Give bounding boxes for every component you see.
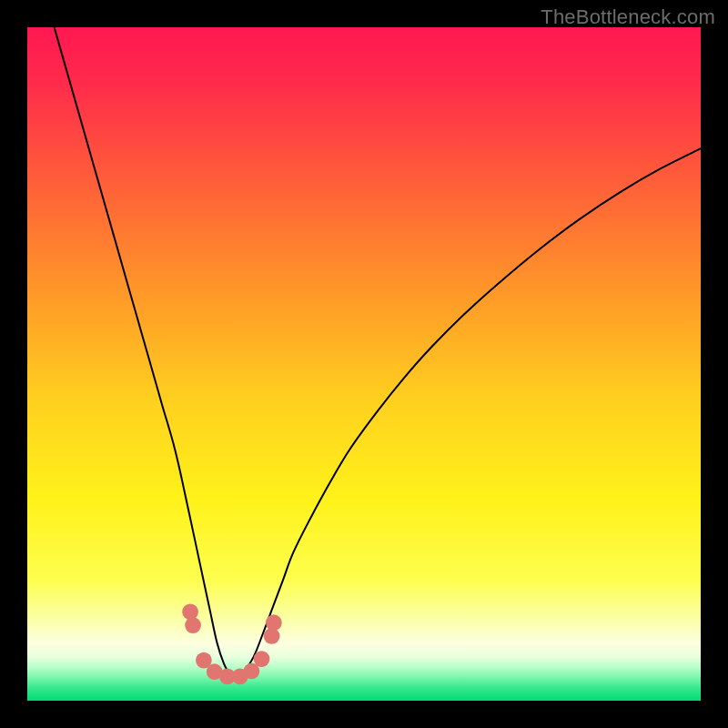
watermark-text: TheBottleneck.com: [541, 5, 715, 29]
chart-frame: TheBottleneck.com: [0, 0, 728, 728]
plot-area: [27, 27, 701, 701]
